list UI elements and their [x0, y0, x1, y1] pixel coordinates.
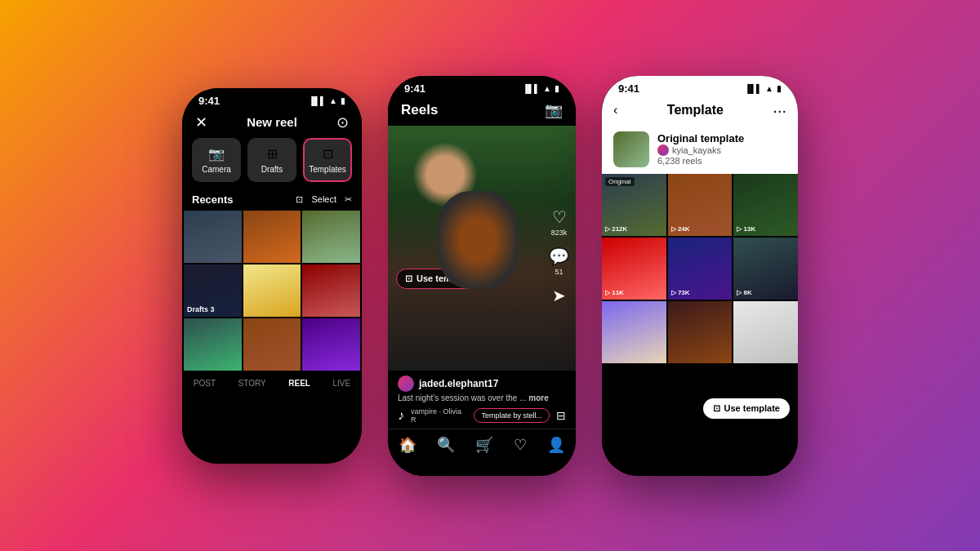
comment-button[interactable]: 💬 51 [549, 247, 569, 276]
status-time-2: 9:41 [404, 82, 425, 95]
tg-count-3: ▷ 13K [737, 225, 755, 233]
nav-activity[interactable]: ♡ [514, 436, 527, 454]
nav-search[interactable]: 🔍 [437, 436, 455, 454]
status-icons-2: ▐▌▌ ▲ ▮ [523, 84, 559, 93]
original-template-info: Original template kyia_kayaks 6,238 reel… [602, 127, 798, 174]
photo-cell-drafts[interactable] [184, 264, 242, 317]
tg-cell-4[interactable]: ▷ 11K [602, 238, 666, 300]
tg-cell-2[interactable]: ▷ 24K [668, 174, 733, 236]
photo-cell[interactable] [243, 318, 301, 371]
close-icon[interactable]: ✕ [195, 113, 207, 131]
nav-home[interactable]: 🏠 [399, 436, 416, 454]
ot-avatar [657, 144, 669, 156]
photo-cell[interactable] [302, 211, 360, 263]
phone2-title: Reels [401, 102, 438, 118]
use-template-label-feed: Use template [416, 273, 472, 283]
reel-video[interactable]: ♡ 823k 💬 51 ➤ ⊡ Use template [388, 126, 576, 371]
footer-story[interactable]: STORY [238, 379, 266, 388]
phone1-title: New reel [247, 115, 297, 129]
phone-2: 9:41 ▐▌▌ ▲ ▮ Reels 📷 ♡ 823k 💬 51 [388, 76, 576, 476]
photo-grid [182, 211, 362, 371]
photo-cell[interactable] [302, 264, 360, 317]
tg-cell-9[interactable] [733, 301, 798, 363]
tg-cell-8[interactable] [668, 301, 733, 363]
camera-icon-2[interactable]: 📷 [545, 101, 563, 119]
wifi-icon: ▲ [329, 96, 337, 105]
tabs-row: 📷 Camera ⊞ Drafts ⊡ Templates [182, 138, 362, 190]
tab-camera-label: Camera [202, 165, 231, 174]
music-row: ♪ vampire · Olivia R Template by stell..… [398, 407, 566, 424]
phone3-title: Template [667, 103, 724, 118]
like-count: 823k [551, 229, 568, 237]
comment-count: 51 [555, 268, 563, 276]
reel-sidebar: ♡ 823k 💬 51 ➤ [549, 207, 569, 305]
like-button[interactable]: ♡ 823k [551, 207, 568, 237]
phone1-header: ✕ New reel ⊙ [182, 110, 362, 138]
recents-label[interactable]: Recents [192, 193, 234, 206]
signal-icon: ▐▌▌ [309, 96, 326, 105]
use-template-button-detail[interactable]: ⊡ Use template [703, 398, 790, 419]
more-icon[interactable]: ··· [773, 101, 786, 120]
back-icon[interactable]: ‹ [613, 103, 617, 118]
tab-camera[interactable]: 📷 Camera [192, 138, 241, 182]
status-icons-3: ▐▌▌ ▲ ▮ [745, 84, 782, 93]
clip-icon[interactable]: ⊟ [556, 409, 566, 422]
photo-cell[interactable] [302, 318, 360, 371]
tg-cell-1[interactable]: Original ▷ 212K [602, 174, 666, 236]
tg-cell-5[interactable]: ▷ 73K [668, 238, 733, 300]
ot-reels: 6,238 reels [657, 156, 744, 166]
share-button[interactable]: ➤ [552, 286, 566, 305]
more-link[interactable]: more [528, 393, 548, 402]
signal-icon-3: ▐▌▌ [745, 84, 762, 93]
tg-cell-3[interactable]: ▷ 13K [733, 174, 798, 236]
use-template-button-feed[interactable]: ⊡ Use template [396, 269, 481, 289]
tab-templates[interactable]: ⊡ Templates [303, 138, 352, 182]
photo-cell[interactable] [184, 318, 242, 371]
username-text[interactable]: jaded.elephant17 [419, 378, 498, 389]
comment-icon: 💬 [549, 247, 569, 266]
tg-count-1: ▷ 212K [605, 225, 627, 233]
tg-cell-7[interactable] [602, 301, 666, 363]
wifi-icon-2: ▲ [543, 84, 551, 93]
ot-title: Original template [657, 132, 744, 144]
ot-username[interactable]: kyia_kayaks [672, 145, 721, 155]
drafts-icon: ⊞ [267, 146, 278, 162]
status-bar-1: 9:41 ▐▌▌ ▲ ▮ [182, 88, 362, 110]
use-template-label-detail: Use template [724, 403, 780, 413]
settings-icon[interactable]: ⊙ [336, 113, 349, 131]
tg-count-5: ▷ 73K [671, 289, 690, 296]
footer-post[interactable]: POST [194, 379, 216, 388]
recents-row: Recents ⊡ Select ✂ [182, 190, 362, 211]
status-icons-1: ▐▌▌ ▲ ▮ [309, 96, 345, 105]
phone-1: 9:41 ▐▌▌ ▲ ▮ ✕ New reel ⊙ 📷 Camera ⊞ Dra… [182, 88, 362, 464]
multi-select-icon[interactable]: ⊡ [296, 194, 303, 205]
ot-user: kyia_kayaks [657, 144, 744, 156]
status-time-1: 9:41 [198, 95, 220, 107]
tab-drafts-label: Drafts [261, 165, 283, 174]
select-label[interactable]: Select [311, 194, 336, 205]
photo-cell[interactable] [184, 211, 242, 263]
tab-templates-label: Templates [309, 165, 346, 174]
wifi-icon-3: ▲ [765, 84, 773, 93]
tab-drafts[interactable]: ⊞ Drafts [247, 138, 296, 182]
tg-cell-6[interactable]: ▷ 8K [733, 238, 798, 300]
recents-actions: ⊡ Select ✂ [296, 194, 352, 205]
photo-cell[interactable] [243, 211, 301, 263]
footer-reel[interactable]: REEL [288, 379, 310, 388]
phone1-footer: POST STORY REEL LIVE [182, 371, 362, 394]
templates-icon: ⊡ [323, 146, 333, 162]
photo-cell[interactable] [243, 264, 301, 317]
status-time-3: 9:41 [618, 82, 639, 95]
camera-icon: 📷 [208, 146, 225, 162]
tg-count-6: ▷ 8K [737, 289, 751, 296]
template-badge[interactable]: Template by stell... [474, 408, 550, 423]
template-icon-feed: ⊡ [405, 273, 412, 284]
reel-caption: Last night's session was over the ... mo… [398, 393, 566, 402]
bottom-nav: 🏠 🔍 🛒 ♡ 👤 [388, 429, 576, 459]
reel-info: jaded.elephant17 Last night's session wa… [388, 371, 576, 429]
footer-live[interactable]: LIVE [333, 379, 351, 388]
scissors-icon[interactable]: ✂ [345, 194, 352, 205]
nav-profile[interactable]: 👤 [547, 436, 565, 454]
signal-icon-2: ▐▌▌ [523, 84, 540, 93]
nav-shop[interactable]: 🛒 [475, 436, 493, 454]
